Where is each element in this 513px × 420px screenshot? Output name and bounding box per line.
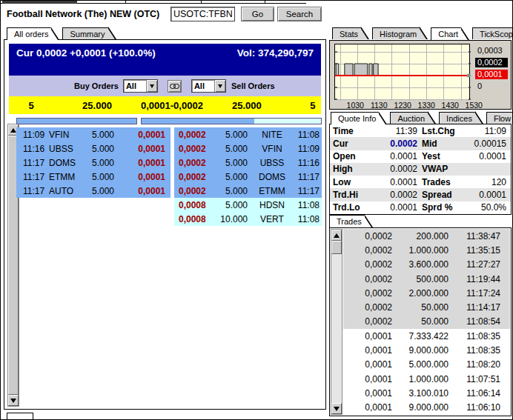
ask-row[interactable]: 0,0002 5.000 UBSS 11:16: [174, 156, 322, 170]
quote-value-1: 0.0001: [370, 202, 422, 213]
sell-filter-dropdown[interactable]: All: [191, 79, 226, 93]
quote-value-2: 0.0001: [469, 151, 508, 161]
bid-row[interactable]: 11:17 ETMM 5.000 0,0001: [16, 170, 171, 184]
bid-market-maker: DOMS: [49, 158, 89, 168]
chart-x-tick-label: 1530: [463, 101, 485, 110]
quote-info-row: Low 0.0001 Trades 120: [330, 176, 511, 188]
trade-price: 0,0002: [343, 274, 392, 284]
quote-value-1: 11:39: [370, 126, 422, 136]
trade-row: 0,0002 50.000 11:08:54: [343, 315, 510, 329]
bid-row[interactable]: 11:17 DOMS 5.000 0,0001: [16, 156, 171, 170]
trade-size: 2.000.000: [392, 288, 449, 299]
scrollbar-track[interactable]: [331, 254, 342, 403]
tab-summary[interactable]: Summary: [62, 27, 107, 39]
ask-row[interactable]: 0,0002 5.000 NITE 11:08: [174, 127, 322, 141]
tab-flow[interactable]: Flow: [486, 112, 513, 124]
ask-price: 0,0002: [174, 172, 217, 182]
quote-header-banner: Cur 0,0002 +0,0001 (+100.0%) Vol: 374,29…: [9, 44, 321, 76]
ask-time: 11:08: [291, 214, 322, 224]
inside-bid-price: 0,0001: [141, 100, 171, 111]
ask-row[interactable]: 0,0008 5.000 HDSN 11:08: [174, 198, 322, 212]
go-button[interactable]: Go: [241, 7, 274, 21]
trade-row: 0,0001 9.000.000 11:06:10: [343, 401, 510, 415]
ask-time: 11:08: [291, 200, 322, 210]
order-filter-controls: Buy Orders All All Sell Orders: [9, 76, 321, 96]
quote-label-2: Spread: [422, 190, 469, 200]
quote-value-2: 120: [469, 177, 508, 187]
quote-value-1: 0.0002: [370, 164, 422, 174]
trade-time: 11:06:10: [449, 402, 510, 413]
quote-value-1: 0.0002: [370, 139, 422, 149]
tab-auction[interactable]: Auction: [390, 112, 428, 124]
tab-indices[interactable]: Indices: [439, 112, 475, 124]
tab-trades[interactable]: Trades: [329, 215, 365, 227]
orderbook-tabs: All orders Summary: [7, 27, 119, 40]
chart-x-tick-label: 1230: [391, 101, 414, 110]
bid-price: 0,0001: [125, 158, 171, 168]
ask-market-maker: VFIN: [254, 144, 291, 154]
trade-row: 0,0002 200.000 11:38:47: [343, 229, 510, 243]
bid-market-maker: ETMM: [49, 172, 89, 182]
trades-scrollbar[interactable]: [331, 229, 342, 415]
ask-size: 10.000: [217, 214, 254, 224]
buy-orders-label: Buy Orders: [74, 81, 119, 90]
tab-quote-info[interactable]: Quote Info: [331, 112, 379, 124]
order-book: 11:09 VFIN 5.000 0,0001 11:16 UBSS 5.000…: [4, 114, 325, 409]
ask-list: 0,0002 5.000 NITE 11:08 0,0002 5.000 VFI…: [174, 127, 322, 226]
dropdown-arrow-icon[interactable]: [214, 80, 225, 92]
quote-label-2: Sprd %: [422, 202, 469, 213]
trade-row: 0,0001 1.000.000 11:07:51: [343, 372, 510, 386]
trade-row: 0,0001 3.100.010 11:06:14: [343, 386, 510, 400]
scrollbar-thumb[interactable]: [331, 241, 342, 254]
ask-row[interactable]: 0,0002 5.000 ETMM 11:17: [174, 184, 322, 198]
scroll-down-button[interactable]: [8, 395, 19, 406]
bid-row[interactable]: 11:17 AUTO 5.000 0,0001: [16, 184, 171, 198]
sell-orders-label: Sell Orders: [231, 81, 275, 90]
scroll-down-button[interactable]: [331, 403, 342, 414]
symbol-input[interactable]: [171, 7, 235, 21]
link-filters-button[interactable]: [168, 80, 182, 93]
price-chart-plot: [334, 44, 470, 100]
price-area-chart: [335, 44, 471, 101]
trade-row: 0,0002 3.600.000 11:27:27: [343, 258, 510, 272]
scroll-up-button[interactable]: [331, 230, 342, 241]
clipped-bottom-tab: [7, 413, 33, 420]
tab-all-orders[interactable]: All orders: [7, 27, 51, 40]
trade-time: 11:19:44: [449, 274, 510, 284]
trade-row: 0,0001 9.000.000 11:08:35: [343, 343, 510, 357]
bid-row[interactable]: 11:16 UBSS 5.000 0,0001: [16, 141, 171, 156]
ask-price: 0,0002: [174, 130, 217, 140]
tab-tickscope[interactable]: TickScope: [472, 27, 513, 39]
depth-bars: [16, 118, 322, 124]
dropdown-arrow-icon[interactable]: [146, 80, 157, 92]
tab-histogram[interactable]: Histogram: [372, 27, 420, 39]
trade-time: 11:17:24: [449, 288, 510, 299]
trade-time: 11:38:47: [449, 231, 510, 241]
trade-time: 11:14:17: [449, 302, 510, 313]
bid-size: 5.000: [89, 144, 125, 154]
ask-row[interactable]: 0,0008 10.000 VERT 11:08: [174, 212, 322, 226]
ask-row[interactable]: 0,0002 5.000 VFIN 11:09: [174, 141, 322, 156]
ask-market-maker: DOMS: [254, 172, 291, 182]
ask-time: 11:16: [291, 158, 322, 168]
quote-value-2: 0.00015: [469, 139, 508, 149]
trade-row: 0,0002 2.000.000 11:17:24: [343, 286, 510, 300]
buy-filter-dropdown[interactable]: All: [123, 79, 158, 93]
quote-label-1: High: [333, 164, 370, 174]
tab-chart[interactable]: Chart: [431, 27, 461, 40]
bid-size-total: 25.000: [53, 100, 141, 111]
trade-size: 50.000: [392, 302, 449, 313]
arrow-up-icon: [334, 233, 340, 238]
bid-size: 5.000: [89, 158, 125, 168]
bid-price: 0,0001: [125, 130, 171, 140]
search-button[interactable]: Search: [277, 7, 322, 21]
bid-time: 11:09: [16, 130, 49, 140]
tab-stats[interactable]: Stats: [332, 27, 361, 39]
ask-row[interactable]: 0,0002 5.000 DOMS 11:17: [174, 170, 322, 184]
chart-x-tick-label: 1030: [344, 101, 366, 110]
quote-value-2: 50.0%: [469, 202, 508, 213]
bid-row[interactable]: 11:09 VFIN 5.000 0,0001: [16, 127, 171, 141]
quote-value-1: 0.0001: [370, 177, 422, 187]
chart-y-tick-label: 0,0002: [475, 58, 508, 67]
bid-count: 5: [9, 100, 53, 111]
